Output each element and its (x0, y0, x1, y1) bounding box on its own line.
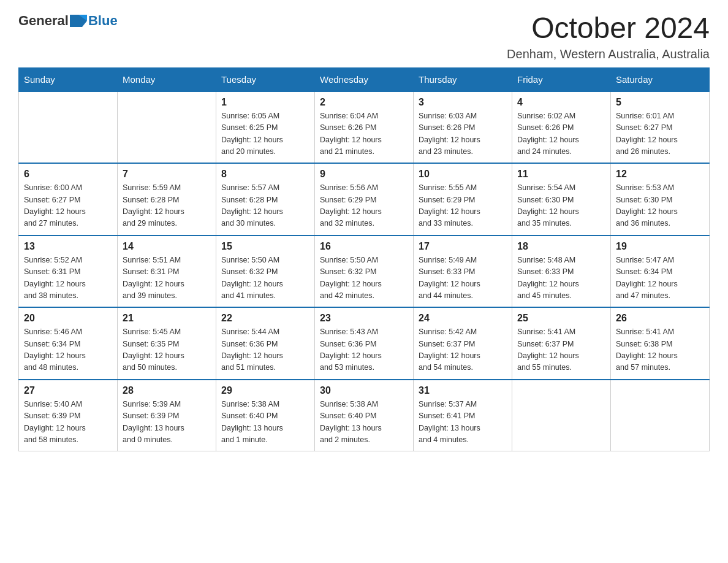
day-info: Sunrise: 5:55 AM Sunset: 6:29 PM Dayligh… (419, 182, 507, 230)
day-number: 31 (419, 385, 507, 396)
day-info: Sunrise: 5:38 AM Sunset: 6:40 PM Dayligh… (320, 399, 408, 446)
calendar-cell: 17Sunrise: 5:49 AM Sunset: 6:33 PM Dayli… (414, 236, 512, 308)
day-info: Sunrise: 5:56 AM Sunset: 6:29 PM Dayligh… (320, 182, 408, 230)
day-number: 18 (517, 241, 605, 252)
day-number: 7 (123, 169, 211, 180)
day-info: Sunrise: 6:00 AM Sunset: 6:27 PM Dayligh… (24, 182, 112, 230)
calendar-cell: 11Sunrise: 5:54 AM Sunset: 6:30 PM Dayli… (512, 163, 611, 236)
calendar-cell: 27Sunrise: 5:40 AM Sunset: 6:39 PM Dayli… (19, 380, 118, 451)
calendar-cell (611, 380, 710, 451)
location-title: Denham, Western Australia, Australia (507, 47, 710, 61)
day-number: 29 (221, 385, 309, 396)
calendar-cell: 9Sunrise: 5:56 AM Sunset: 6:29 PM Daylig… (315, 163, 414, 236)
day-number: 19 (616, 241, 704, 252)
day-info: Sunrise: 6:03 AM Sunset: 6:26 PM Dayligh… (419, 110, 507, 158)
calendar-cell: 24Sunrise: 5:42 AM Sunset: 6:37 PM Dayli… (414, 307, 512, 380)
calendar-cell: 12Sunrise: 5:53 AM Sunset: 6:30 PM Dayli… (611, 163, 710, 236)
day-info: Sunrise: 5:59 AM Sunset: 6:28 PM Dayligh… (123, 182, 211, 230)
calendar-header-row: SundayMondayTuesdayWednesdayThursdayFrid… (19, 67, 710, 91)
calendar-cell: 23Sunrise: 5:43 AM Sunset: 6:36 PM Dayli… (315, 307, 414, 380)
day-info: Sunrise: 5:41 AM Sunset: 6:38 PM Dayligh… (616, 326, 704, 374)
day-number: 24 (419, 313, 507, 324)
calendar-cell: 30Sunrise: 5:38 AM Sunset: 6:40 PM Dayli… (315, 380, 414, 451)
day-number: 5 (616, 97, 704, 108)
day-info: Sunrise: 5:57 AM Sunset: 6:28 PM Dayligh… (221, 182, 309, 230)
calendar-cell: 28Sunrise: 5:39 AM Sunset: 6:39 PM Dayli… (118, 380, 216, 451)
logo-icon (70, 12, 87, 29)
calendar-cell: 7Sunrise: 5:59 AM Sunset: 6:28 PM Daylig… (118, 163, 216, 236)
calendar-cell: 22Sunrise: 5:44 AM Sunset: 6:36 PM Dayli… (216, 307, 315, 380)
calendar-cell: 21Sunrise: 5:45 AM Sunset: 6:35 PM Dayli… (118, 307, 216, 380)
day-info: Sunrise: 5:49 AM Sunset: 6:33 PM Dayligh… (419, 255, 507, 302)
day-number: 13 (24, 241, 112, 252)
calendar-cell: 14Sunrise: 5:51 AM Sunset: 6:31 PM Dayli… (118, 236, 216, 308)
calendar-cell: 19Sunrise: 5:47 AM Sunset: 6:34 PM Dayli… (611, 236, 710, 308)
day-info: Sunrise: 5:46 AM Sunset: 6:34 PM Dayligh… (24, 326, 112, 374)
day-info: Sunrise: 5:38 AM Sunset: 6:40 PM Dayligh… (221, 399, 309, 446)
day-number: 11 (517, 169, 605, 180)
calendar-cell: 1Sunrise: 6:05 AM Sunset: 6:25 PM Daylig… (216, 91, 315, 164)
calendar-cell: 5Sunrise: 6:01 AM Sunset: 6:27 PM Daylig… (611, 91, 710, 164)
calendar-cell: 13Sunrise: 5:52 AM Sunset: 6:31 PM Dayli… (19, 236, 118, 308)
logo-general-text: General (18, 13, 69, 29)
header-monday: Monday (118, 67, 216, 91)
title-section: October 2024 Denham, Western Australia, … (507, 12, 710, 61)
calendar-table: SundayMondayTuesdayWednesdayThursdayFrid… (18, 67, 710, 452)
day-number: 17 (419, 241, 507, 252)
day-number: 14 (123, 241, 211, 252)
day-info: Sunrise: 5:43 AM Sunset: 6:36 PM Dayligh… (320, 326, 408, 374)
calendar-cell: 29Sunrise: 5:38 AM Sunset: 6:40 PM Dayli… (216, 380, 315, 451)
day-number: 3 (419, 97, 507, 108)
week-row-3: 13Sunrise: 5:52 AM Sunset: 6:31 PM Dayli… (19, 236, 710, 308)
day-number: 12 (616, 169, 704, 180)
day-number: 27 (24, 385, 112, 396)
day-number: 15 (221, 241, 309, 252)
day-info: Sunrise: 5:37 AM Sunset: 6:41 PM Dayligh… (419, 399, 507, 446)
day-number: 6 (24, 169, 112, 180)
calendar-cell (512, 380, 611, 451)
day-number: 9 (320, 169, 408, 180)
logo-blue-text: Blue (88, 13, 118, 29)
day-info: Sunrise: 6:04 AM Sunset: 6:26 PM Dayligh… (320, 110, 408, 158)
day-info: Sunrise: 5:47 AM Sunset: 6:34 PM Dayligh… (616, 255, 704, 302)
day-info: Sunrise: 5:50 AM Sunset: 6:32 PM Dayligh… (221, 255, 309, 302)
day-info: Sunrise: 5:53 AM Sunset: 6:30 PM Dayligh… (616, 182, 704, 230)
day-info: Sunrise: 6:02 AM Sunset: 6:26 PM Dayligh… (517, 110, 605, 158)
day-number: 23 (320, 313, 408, 324)
calendar-cell: 8Sunrise: 5:57 AM Sunset: 6:28 PM Daylig… (216, 163, 315, 236)
calendar-cell: 15Sunrise: 5:50 AM Sunset: 6:32 PM Dayli… (216, 236, 315, 308)
logo: General Blue (18, 12, 118, 29)
day-info: Sunrise: 5:39 AM Sunset: 6:39 PM Dayligh… (123, 399, 211, 446)
calendar-cell: 20Sunrise: 5:46 AM Sunset: 6:34 PM Dayli… (19, 307, 118, 380)
header-sunday: Sunday (19, 67, 118, 91)
week-row-4: 20Sunrise: 5:46 AM Sunset: 6:34 PM Dayli… (19, 307, 710, 380)
day-info: Sunrise: 5:40 AM Sunset: 6:39 PM Dayligh… (24, 399, 112, 446)
calendar-cell: 16Sunrise: 5:50 AM Sunset: 6:32 PM Dayli… (315, 236, 414, 308)
week-row-2: 6Sunrise: 6:00 AM Sunset: 6:27 PM Daylig… (19, 163, 710, 236)
day-info: Sunrise: 5:51 AM Sunset: 6:31 PM Dayligh… (123, 255, 211, 302)
day-number: 25 (517, 313, 605, 324)
day-info: Sunrise: 5:52 AM Sunset: 6:31 PM Dayligh… (24, 255, 112, 302)
day-number: 30 (320, 385, 408, 396)
header-thursday: Thursday (414, 67, 512, 91)
day-info: Sunrise: 5:41 AM Sunset: 6:37 PM Dayligh… (517, 326, 605, 374)
day-number: 8 (221, 169, 309, 180)
day-info: Sunrise: 5:42 AM Sunset: 6:37 PM Dayligh… (419, 326, 507, 374)
day-info: Sunrise: 5:45 AM Sunset: 6:35 PM Dayligh… (123, 326, 211, 374)
calendar-cell: 3Sunrise: 6:03 AM Sunset: 6:26 PM Daylig… (414, 91, 512, 164)
day-info: Sunrise: 6:01 AM Sunset: 6:27 PM Dayligh… (616, 110, 704, 158)
header-friday: Friday (512, 67, 611, 91)
day-number: 20 (24, 313, 112, 324)
calendar-cell: 25Sunrise: 5:41 AM Sunset: 6:37 PM Dayli… (512, 307, 611, 380)
calendar-cell: 2Sunrise: 6:04 AM Sunset: 6:26 PM Daylig… (315, 91, 414, 164)
day-number: 4 (517, 97, 605, 108)
day-number: 21 (123, 313, 211, 324)
day-number: 26 (616, 313, 704, 324)
month-title: October 2024 (507, 12, 710, 45)
header-saturday: Saturday (611, 67, 710, 91)
day-number: 28 (123, 385, 211, 396)
calendar-cell (19, 91, 118, 164)
calendar-cell: 18Sunrise: 5:48 AM Sunset: 6:33 PM Dayli… (512, 236, 611, 308)
calendar-cell (118, 91, 216, 164)
day-info: Sunrise: 6:05 AM Sunset: 6:25 PM Dayligh… (221, 110, 309, 158)
